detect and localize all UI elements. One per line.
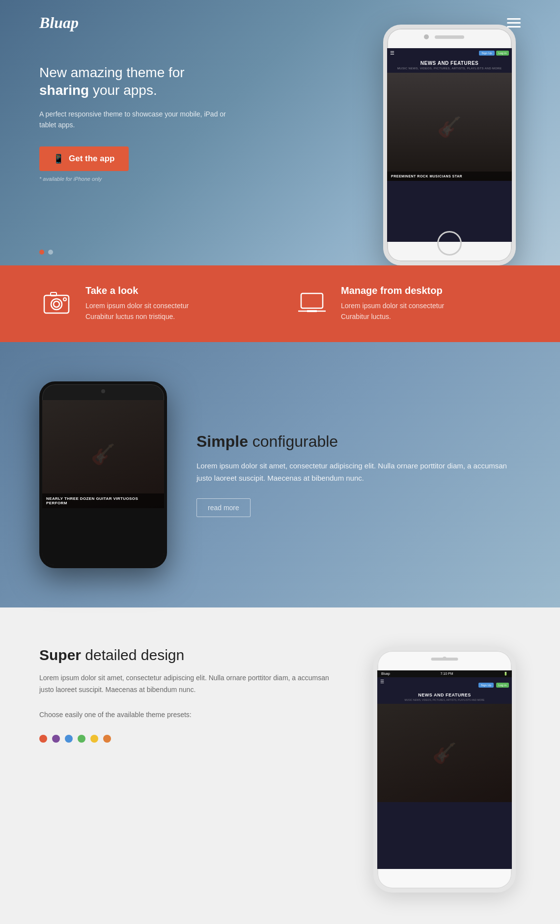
white-phone-outer: Bluap 7:10 PM 🔋 ☰ Sign Up Log in NEWS AN… (373, 647, 516, 893)
phone-news-subtitle: MUSIC NEWS, VIDEOS, PICTURES, ARTISTS, P… (387, 67, 512, 73)
simple-section-text: Simple configurable Lorem ipsum dolor si… (196, 433, 521, 517)
read-more-button[interactable]: read more (196, 498, 251, 517)
white-phone-btns: Sign Up Log in (478, 679, 509, 688)
status-battery: 🔋 (504, 672, 508, 676)
dark-phone-image: 🎸 NEARLY THREE DOZEN GUITAR VIRTUOSOS PE… (42, 400, 164, 508)
status-time: 7:10 PM (440, 672, 453, 675)
svg-point-2 (54, 301, 59, 307)
hero-subtitle: A perfect responsive theme to showcase y… (39, 109, 236, 131)
music-deco-dark: 🎸 (91, 442, 115, 465)
hamburger-line (507, 18, 521, 20)
feature-desktop: Manage from desktop Lorem ipsum dolor si… (295, 285, 521, 322)
feature-camera-title: Take a look (85, 285, 189, 296)
hero-note: * available for iPhone only (39, 176, 236, 182)
hero-section: Bluap New amazing theme for sharing your… (0, 0, 560, 265)
hero-dots (39, 250, 53, 255)
feature-desktop-text: Manage from desktop Lorem ipsum dolor si… (341, 285, 444, 322)
features-section: Take a look Lorem ipsum dolor sit consec… (0, 265, 560, 342)
color-dot-0[interactable] (39, 735, 47, 743)
dark-phone-camera (101, 389, 105, 393)
super-body: Lorem ipsum dolor sit amet, consectetur … (39, 672, 344, 696)
color-dot-2[interactable] (65, 735, 73, 743)
laptop-icon (295, 285, 329, 319)
cta-label: Get the app (69, 154, 115, 164)
super-section: Super detailed design Lorem ipsum dolor … (0, 607, 560, 924)
dot-2[interactable] (48, 250, 53, 255)
phone-news-title: NEWS AND FEATURES (387, 58, 512, 67)
navbar: Bluap (0, 0, 560, 46)
brand-logo: Bluap (39, 14, 79, 32)
dot-1[interactable] (39, 250, 44, 255)
white-phone-signup: Sign Up (478, 683, 494, 688)
music-decoration: 🎸 (437, 116, 462, 139)
svg-point-1 (51, 299, 62, 310)
phone-screen-header: ☰ Sign Up Log in (387, 48, 512, 58)
cta-button[interactable]: 📱 Get the app (39, 146, 129, 171)
simple-section: 🎸 NEARLY THREE DOZEN GUITAR VIRTUOSOS PE… (0, 342, 560, 607)
phone-menu-icon: ☰ (390, 50, 394, 56)
status-bar: Bluap 7:10 PM 🔋 (377, 670, 512, 677)
color-presets (39, 735, 344, 743)
feature-camera-text: Take a look Lorem ipsum dolor sit consec… (85, 285, 189, 322)
color-dot-4[interactable] (90, 735, 98, 743)
white-phone-header: ☰ Sign Up Log in (377, 677, 512, 690)
dark-phone-caption: NEARLY THREE DOZEN GUITAR VIRTUOSOS PERF… (42, 493, 164, 508)
hamburger-line (507, 22, 521, 24)
dark-phone-outer: 🎸 NEARLY THREE DOZEN GUITAR VIRTUOSOS PE… (39, 381, 167, 568)
white-phone-speaker (431, 658, 458, 661)
phone-home-bar (437, 231, 462, 256)
phone-outer-white: ☰ Sign Up Log in NEWS AND FEATURES MUSIC… (383, 25, 516, 265)
feature-desktop-title: Manage from desktop (341, 285, 444, 296)
hamburger-line (507, 26, 521, 28)
status-app-name: Bluap (381, 672, 390, 675)
phone-caption: PREEMINENT ROCK MUSICIANS STAR (387, 172, 512, 181)
side-button-1 (39, 419, 41, 433)
simple-heading: Simple configurable (196, 433, 521, 451)
phone-figure: 🎸 (387, 73, 512, 181)
hamburger-button[interactable] (507, 18, 521, 28)
feature-desktop-desc: Lorem ipsum dolor sit consectetur Curabi… (341, 300, 444, 322)
white-news-title: NEWS AND FEATURES (377, 690, 512, 698)
phone-image-area: 🎸 PREEMINENT ROCK MUSICIANS STAR (387, 73, 512, 181)
presets-label: Choose easily one of the available theme… (39, 709, 344, 721)
white-news-sub: MUSIC NEWS, VIDEOS, PICTURES, ARTISTS, P… (377, 698, 512, 704)
color-dot-1[interactable] (52, 735, 60, 743)
simple-body: Lorem ipsum dolor sit amet, consectetur … (196, 460, 521, 485)
white-music-deco: 🎸 (432, 741, 457, 764)
camera-svg (42, 288, 71, 317)
laptop-svg (297, 288, 327, 317)
white-phone-menu: ☰ (380, 679, 384, 688)
feature-camera-desc: Lorem ipsum dolor sit consectetur Curabi… (85, 300, 189, 322)
phone-signup-btn: Sign Up (479, 51, 494, 56)
svg-rect-5 (301, 293, 323, 308)
camera-icon (39, 285, 74, 319)
super-section-text: Super detailed design Lorem ipsum dolor … (39, 647, 344, 743)
dark-phone-screen: 🎸 NEARLY THREE DOZEN GUITAR VIRTUOSOS PE… (42, 400, 164, 565)
dark-phone-mockup: 🎸 NEARLY THREE DOZEN GUITAR VIRTUOSOS PE… (39, 381, 167, 568)
super-heading: Super detailed design (39, 647, 344, 664)
side-button-2 (39, 438, 41, 458)
white-phone-screen: Bluap 7:10 PM 🔋 ☰ Sign Up Log in NEWS AN… (377, 670, 512, 869)
white-phone-image: 🎸 (377, 704, 512, 802)
white-phone-mockup: Bluap 7:10 PM 🔋 ☰ Sign Up Log in NEWS AN… (373, 647, 521, 893)
hero-content: New amazing theme for sharing your apps.… (39, 64, 236, 182)
white-phone-login: Log in (496, 683, 509, 688)
color-dot-5[interactable] (103, 735, 111, 743)
phone-screen: ☰ Sign Up Log in NEWS AND FEATURES MUSIC… (387, 48, 512, 242)
phone-buttons: Sign Up Log in (479, 51, 509, 56)
phone-icon: 📱 (53, 153, 64, 164)
svg-point-4 (63, 298, 66, 301)
hero-phone-mockup: ☰ Sign Up Log in NEWS AND FEATURES MUSIC… (383, 25, 521, 265)
phone-login-btn: Log in (496, 51, 509, 56)
feature-camera: Take a look Lorem ipsum dolor sit consec… (39, 285, 265, 322)
color-dot-3[interactable] (78, 735, 85, 743)
hero-tagline: New amazing theme for sharing your apps. (39, 64, 236, 100)
